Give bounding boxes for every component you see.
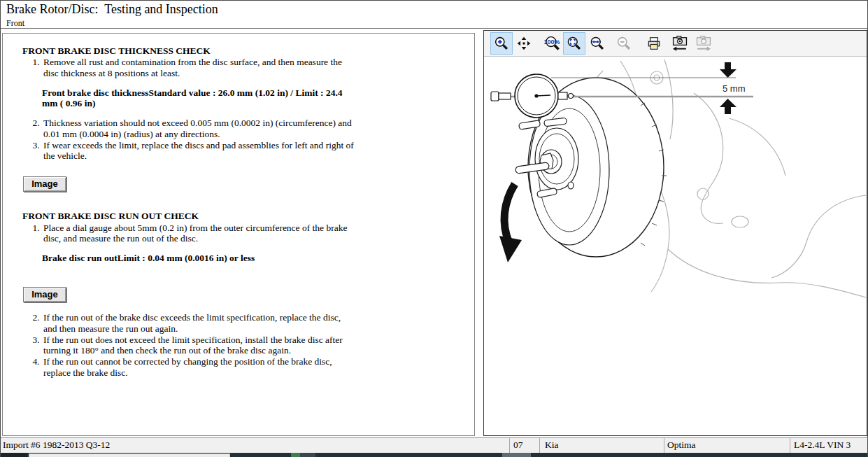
fit-width-button[interactable] (586, 32, 609, 55)
status-separator (509, 438, 510, 454)
procedure-panel: FRONT BRAKE DISC THICKNESS CHECK Remove … (2, 33, 475, 436)
image-button-thickness[interactable]: Image (23, 176, 66, 192)
zoom-in-icon (494, 36, 509, 51)
status-make: Kia (545, 440, 559, 451)
spec-text-thickness: Front brake disc thicknessStandard value… (42, 87, 350, 109)
status-separator (539, 438, 540, 454)
page-title: Brake Rotor/Disc: Testing and Inspection (6, 2, 218, 17)
step-item: If the run out does not exceed the limit… (42, 335, 356, 356)
status-bar: Import #6 1982-2013 Q3-12 07 Kia Optima … (1, 437, 868, 453)
status-separator (664, 438, 664, 454)
step-item: Thickness variation should not exceed 0.… (42, 118, 356, 139)
next-image-button[interactable] (692, 32, 715, 55)
step-item: Remove all rust and contamination from t… (42, 57, 356, 78)
app-window: Brake Rotor/Disc: Testing and Inspection… (0, 0, 868, 457)
rotation-arrow (499, 184, 522, 262)
brake-rotor-diagram: 5 mm (484, 57, 867, 436)
taskbar-app-item[interactable] (502, 453, 531, 457)
gap-dimension-label: 5 mm (723, 83, 746, 94)
previous-image-icon (671, 34, 689, 52)
page-header: Brake Rotor/Disc: Testing and Inspection… (1, 1, 867, 29)
status-source: Import #6 1982-2013 Q3-12 (3, 440, 110, 451)
status-engine: L4-2.4L VIN 3 (794, 440, 851, 451)
fit-to-window-button[interactable] (563, 32, 585, 55)
taskbar (1, 453, 868, 457)
spec-text-runout: Brake disc run outLimit : 0.04 mm (0.001… (42, 253, 350, 263)
fit-width-icon (590, 36, 605, 51)
pan-button[interactable] (513, 32, 535, 55)
status-separator (790, 438, 790, 454)
section-heading-runout-check: FRONT BRAKE DISC RUN OUT CHECK (22, 211, 356, 221)
zoom-in-button[interactable] (490, 32, 513, 55)
zoom-100-button[interactable]: 100% (541, 32, 563, 55)
step-item: If the run out of the brake disc exceeds… (42, 312, 356, 334)
zoom-out-button[interactable] (613, 32, 635, 55)
zoom-out-icon (616, 36, 632, 51)
taskbar-accent-segment (291, 453, 300, 457)
step-item: If the run out cannot be corrected by ch… (42, 356, 356, 378)
fit-to-window-icon (567, 36, 582, 51)
step-item: If wear exceeds the limit, replace the d… (42, 140, 356, 162)
pan-icon (516, 36, 532, 51)
section-heading-thickness-check: FRONT BRAKE DISC THICKNESS CHECK (22, 45, 356, 56)
print-icon (646, 36, 662, 51)
status-model: Optima (667, 440, 696, 451)
image-viewer-panel: 100% (483, 30, 867, 436)
zoom-100-icon: 100% (543, 35, 560, 52)
viewer-toolbar: 100% (484, 31, 867, 57)
print-button[interactable] (643, 32, 665, 55)
taskbar-app-item[interactable] (300, 453, 315, 457)
next-image-icon (695, 34, 713, 52)
image-button-runout[interactable]: Image (23, 287, 66, 302)
step-item: Place a dial gauge about 5mm (0.2 in) fr… (42, 223, 356, 244)
start-button-area[interactable] (1, 453, 27, 457)
status-code: 07 (513, 440, 523, 451)
taskbar-search-box[interactable] (29, 454, 230, 457)
svg-text:100%: 100% (544, 38, 560, 45)
previous-image-button[interactable] (669, 32, 691, 55)
page-subtitle: Front (6, 18, 24, 29)
diagram-canvas[interactable]: 5 mm (484, 57, 867, 436)
